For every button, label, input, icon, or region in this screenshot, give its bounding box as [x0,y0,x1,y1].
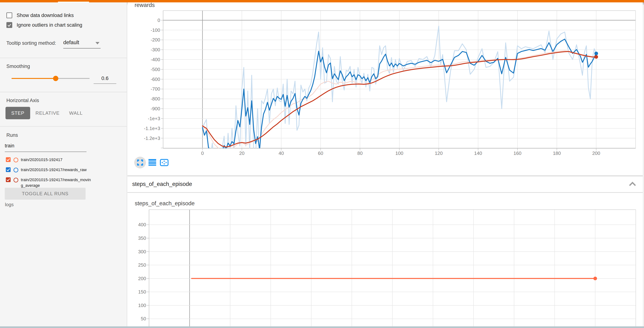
svg-text:-600: -600 [151,77,160,82]
show-download-links-row[interactable]: Show data download links [6,12,74,18]
svg-text:300: 300 [138,249,146,254]
tooltip-sorting-label: Tooltip sorting method: [6,40,56,46]
svg-text:120: 120 [435,151,443,156]
steps-chart[interactable]: 40035030025020015010050 [128,208,643,328]
check-icon [6,158,10,162]
svg-text:180: 180 [553,151,561,156]
run-filter-value: train [5,143,14,149]
checkbox-checked-icon[interactable] [6,22,12,28]
scrollbar-gutter[interactable] [643,6,644,328]
chevron-up-icon[interactable] [628,181,636,187]
svg-text:-800: -800 [151,96,160,102]
svg-text:80: 80 [357,151,362,156]
check-icon [6,177,10,182]
svg-text:350: 350 [138,235,146,241]
divider [0,126,127,127]
fit-data-icon [160,159,168,166]
run-row[interactable]: train/20201015-192417/rewards_moving_ave… [6,177,91,188]
run-name: train/20201015-192417/rewards_moving_ave… [21,177,91,188]
run-checkbox-icon[interactable] [6,157,10,162]
svg-text:150: 150 [138,289,146,295]
smoothing-slider-fill [12,78,56,79]
svg-text:-1e+3: -1e+3 [148,116,160,121]
fullscreen-icon [134,157,146,168]
tooltip-sorting-value: default [63,39,79,45]
smoothing-value-input[interactable]: 0.6 [94,75,116,84]
divider [0,92,127,92]
tooltip-sorting-select[interactable]: default [63,39,100,49]
svg-text:40: 40 [279,151,284,156]
smoothing-value: 0.6 [102,75,108,81]
svg-text:100: 100 [138,303,146,308]
run-radio-icon[interactable] [14,158,18,162]
svg-text:400: 400 [138,222,146,227]
section-title: steps_of_each_episode [132,181,192,187]
runs-label: Runs [6,132,18,138]
checkbox-label: Show data download links [17,12,74,18]
smoothing-slider-thumb[interactable] [53,76,58,81]
svg-text:-300: -300 [151,47,160,52]
svg-text:200: 200 [138,276,146,281]
svg-text:-900: -900 [151,106,160,111]
svg-text:0: 0 [201,151,204,156]
svg-text:250: 250 [138,262,146,268]
svg-text:20: 20 [239,151,244,156]
horizontal-axis-label: Horizontal Axis [6,98,39,103]
log-scale-icon [148,159,156,166]
svg-text:60: 60 [318,151,323,156]
log-scale-button[interactable] [148,159,156,166]
axis-option-relative[interactable]: RELATIVE [34,107,61,119]
svg-text:-400: -400 [151,57,160,62]
settings-sidebar: Show data download links Ignore outliers… [0,2,127,328]
run-row[interactable]: train/20201015-192417 [6,157,91,163]
run-checkbox-icon[interactable] [6,177,10,182]
run-name: train/20201015-192417 [21,157,91,163]
checkbox-unchecked-icon[interactable] [6,12,12,18]
run-radio-icon[interactable] [14,178,18,182]
run-filter-input[interactable]: train [5,143,86,152]
divider [0,58,127,58]
horizontal-scrollbar[interactable] [0,326,644,328]
check-icon [7,23,12,27]
svg-text:-1.2e+3: -1.2e+3 [144,136,160,141]
svg-text:200: 200 [592,151,600,156]
svg-text:50: 50 [141,316,146,322]
check-icon [6,167,10,172]
svg-text:160: 160 [514,151,521,156]
tensorboard-app: Show data download links Ignore outliers… [0,0,644,328]
expand-card-button[interactable] [134,157,146,168]
ignore-outliers-row[interactable]: Ignore outliers in chart scaling [6,22,82,28]
steps-chart-title: steps_of_each_episode [135,200,194,207]
toggle-all-runs-button[interactable]: TOGGLE ALL RUNS [5,188,86,200]
run-row[interactable]: train/20201015-192417/rewards_raw [6,167,91,172]
svg-text:-500: -500 [151,67,160,72]
chevron-down-icon [96,42,100,44]
axis-option-step[interactable]: STEP [6,107,30,119]
svg-text:-100: -100 [151,27,160,33]
fit-domain-button[interactable] [160,159,168,166]
svg-text:-700: -700 [151,86,160,92]
svg-text:-1.1e+3: -1.1e+3 [144,126,160,131]
run-name: train/20201015-192417/rewards_raw [21,167,91,172]
smoothing-label: Smoothing [6,64,30,69]
top-app-bar [0,0,644,2]
svg-text:100: 100 [395,151,403,156]
svg-text:140: 140 [474,151,482,156]
rewards-chart[interactable]: 0204060801001201401601802000-100-200-300… [128,7,643,175]
svg-text:-200: -200 [151,37,160,42]
section-header-steps[interactable]: steps_of_each_episode [128,176,643,192]
checkbox-label: Ignore outliers in chart scaling [17,22,82,28]
run-checkbox-icon[interactable] [6,167,10,172]
run-radio-icon[interactable] [14,168,18,172]
logs-path-label: logs [5,202,14,207]
svg-text:0: 0 [158,17,160,23]
axis-option-wall[interactable]: WALL [66,107,86,119]
